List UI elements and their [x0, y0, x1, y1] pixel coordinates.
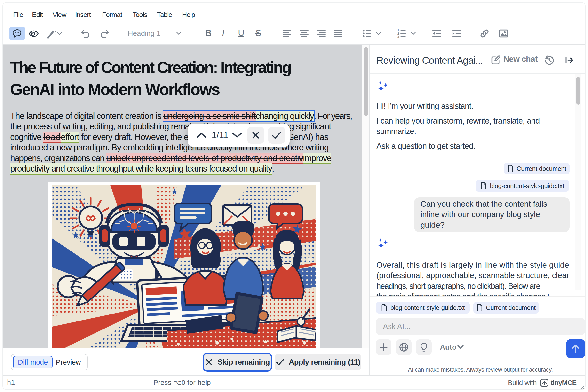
svg-text:3: 3 — [397, 35, 399, 38]
